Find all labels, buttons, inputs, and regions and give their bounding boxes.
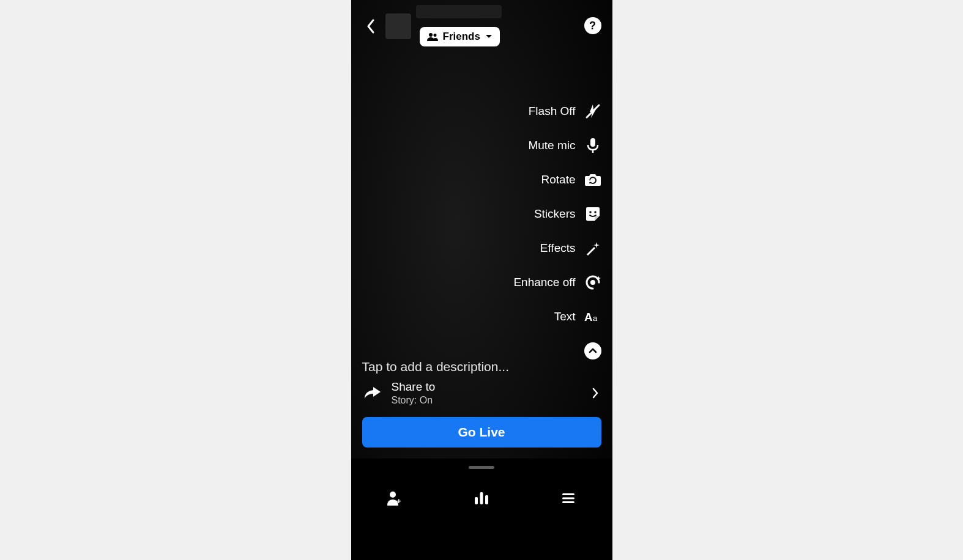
- chevron-left-icon: [365, 18, 376, 35]
- audience-label: Friends: [443, 31, 480, 43]
- live-setup-screen: Friends ? Flash Off Mute mic Rotate: [351, 0, 612, 560]
- friends-icon: [427, 32, 438, 41]
- svg-text:A: A: [584, 311, 592, 323]
- svg-point-6: [594, 211, 597, 213]
- collapse-options-button[interactable]: [584, 342, 601, 359]
- stickers-label: Stickers: [534, 207, 576, 221]
- svg-point-7: [590, 280, 595, 285]
- share-to-row[interactable]: Share to Story: On: [362, 380, 601, 406]
- svg-text:a: a: [593, 314, 598, 323]
- svg-rect-15: [562, 493, 574, 495]
- menu-icon: [561, 492, 576, 504]
- svg-rect-17: [562, 501, 574, 503]
- caret-down-icon: [485, 34, 493, 39]
- share-title: Share to: [392, 380, 581, 394]
- sticker-icon: [584, 205, 601, 223]
- rotate-camera-icon: [584, 171, 601, 188]
- stickers-button[interactable]: Stickers: [534, 205, 601, 223]
- polls-button[interactable]: [470, 487, 493, 509]
- flash-toggle[interactable]: Flash Off: [529, 103, 601, 120]
- description-input[interactable]: Tap to add a description...: [362, 359, 601, 374]
- go-live-button[interactable]: Go Live: [362, 417, 601, 448]
- mute-label: Mute mic: [528, 139, 575, 152]
- help-button[interactable]: ?: [584, 17, 601, 34]
- share-text: Share to Story: On: [392, 380, 581, 406]
- flash-off-icon: [584, 103, 601, 120]
- effects-label: Effects: [540, 241, 576, 255]
- svg-rect-12: [475, 497, 478, 504]
- svg-rect-14: [485, 495, 488, 504]
- text-label: Text: [554, 310, 576, 323]
- back-button[interactable]: [362, 18, 379, 35]
- rotate-camera-button[interactable]: Rotate: [541, 171, 601, 188]
- chevron-right-icon: [589, 387, 601, 399]
- bar-chart-icon: [474, 491, 489, 506]
- profile-thumbnail[interactable]: [385, 13, 411, 39]
- enhance-toggle[interactable]: Enhance off: [513, 274, 601, 291]
- flash-label: Flash Off: [529, 105, 576, 118]
- svg-rect-3: [590, 138, 595, 147]
- text-button[interactable]: Text Aa: [554, 308, 601, 325]
- mute-mic-toggle[interactable]: Mute mic: [528, 137, 601, 154]
- share-subtitle: Story: On: [392, 394, 581, 406]
- person-add-icon: +: [386, 490, 403, 506]
- effects-icon: [584, 240, 601, 257]
- svg-point-0: [429, 33, 433, 37]
- chevron-up-icon: [589, 348, 597, 354]
- drag-handle[interactable]: [469, 466, 494, 469]
- camera-options: Flash Off Mute mic Rotate Stickers Effec: [513, 103, 601, 359]
- effects-button[interactable]: Effects: [540, 240, 601, 257]
- share-icon: [362, 383, 383, 403]
- more-menu-button[interactable]: [557, 487, 579, 509]
- invite-people-button[interactable]: +: [384, 487, 406, 509]
- help-icon: ?: [589, 20, 596, 32]
- svg-text:+: +: [396, 496, 401, 506]
- audience-selector[interactable]: Friends: [420, 27, 500, 46]
- svg-point-10: [390, 492, 396, 498]
- svg-rect-16: [562, 498, 574, 499]
- svg-point-1: [433, 34, 436, 37]
- go-live-label: Go Live: [458, 425, 505, 440]
- redacted-username: [416, 5, 502, 18]
- rotate-label: Rotate: [541, 173, 576, 186]
- enhance-icon: [584, 274, 601, 291]
- microphone-icon: [584, 137, 601, 154]
- bottom-nav: +: [351, 480, 612, 517]
- svg-point-5: [589, 211, 592, 213]
- svg-rect-13: [480, 492, 483, 504]
- enhance-label: Enhance off: [513, 276, 575, 289]
- text-icon: Aa: [584, 308, 601, 325]
